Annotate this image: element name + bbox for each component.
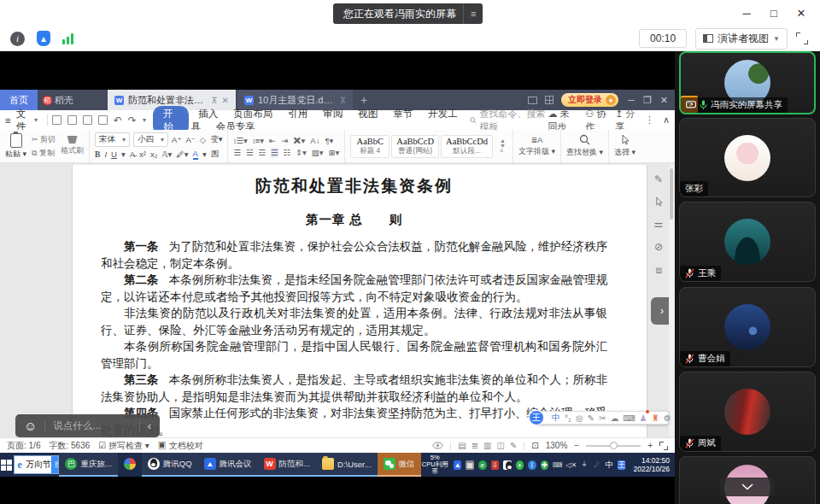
ime-pen-icon[interactable]: ✎ (588, 413, 594, 423)
meeting-info-icon[interactable]: i (10, 32, 25, 46)
taskbar-app-qq[interactable]: 腾讯QQ (142, 453, 198, 477)
distribute-icon[interactable]: ☷ (284, 148, 291, 157)
menu-tab[interactable]: 插入 (190, 107, 226, 120)
marks-icon[interactable]: ¶▾ (325, 136, 333, 145)
menu-tab[interactable]: 审阅 (315, 107, 350, 120)
taskbar-app-360[interactable] (118, 453, 142, 477)
eye-protect-icon[interactable] (432, 442, 443, 449)
taskbar-app-wechat[interactable]: 微信 (378, 453, 421, 477)
cut-button[interactable]: ✂ 剪切 (32, 134, 56, 145)
search-query[interactable]: 万向节 (26, 459, 51, 471)
highlight-color-icon[interactable]: 🖉▾ (176, 149, 188, 159)
message-icon[interactable] (528, 97, 537, 104)
chat-placeholder[interactable]: 说点什么... (53, 419, 131, 432)
tray-green-icon[interactable]: e (478, 460, 487, 470)
taskbar-app-travel[interactable]: 巴 重庆旅... (59, 453, 117, 477)
collapse-ribbon-icon[interactable]: ∧ (663, 114, 670, 126)
format-painter-button[interactable]: 格式刷 (61, 136, 84, 156)
export-icon[interactable] (67, 115, 77, 125)
meeting-chat-bubble[interactable]: ☺ 说点什么... ‹ (15, 414, 160, 437)
participant-tile-sharing[interactable]: 冯雨实的屏幕共享 (679, 51, 816, 114)
image-tool-icon[interactable]: ⧈ (655, 264, 662, 276)
tray-volume-muted-icon[interactable]: ◁✕ (566, 460, 576, 470)
network-shield-icon[interactable]: ▲ (37, 31, 50, 46)
wps-restore-button[interactable]: ❐ (643, 95, 652, 106)
adjust-icon[interactable]: ⚌ (654, 218, 664, 230)
participant-tile[interactable]: 王乘 (679, 202, 816, 282)
ime-person-icon[interactable]: ♟ (640, 413, 647, 423)
tray-keyboard-icon[interactable]: ⌨ (553, 460, 562, 470)
tray-wechat-icon[interactable]: ◖ (516, 460, 524, 470)
minimize-button[interactable]: ─ (733, 0, 760, 26)
sort-icon[interactable]: A↓ (310, 136, 319, 145)
hamburger-icon[interactable]: ≡ (5, 115, 11, 126)
taskbar-clock[interactable]: 14:02:502022/10/26 (630, 456, 670, 473)
file-menu[interactable]: 文件▾ (11, 108, 43, 133)
zoom-slider-knob[interactable] (610, 442, 618, 449)
char-border-icon[interactable]: 囷 (211, 149, 220, 160)
indent-icon[interactable]: ⇥ (281, 136, 288, 145)
participant-tile[interactable]: 曹会娟 (679, 287, 816, 367)
border-icon[interactable]: ⊞▾ (329, 148, 340, 157)
menu-tab[interactable]: 章节 (385, 107, 420, 120)
collapse-chat-icon[interactable]: ‹ (148, 419, 151, 432)
tray-meeting-icon[interactable]: ▲ (454, 460, 462, 470)
maximize-button[interactable]: □ (760, 0, 788, 26)
justify-icon[interactable]: ☰ (271, 148, 278, 157)
wps-minimize-button[interactable]: ─ (628, 95, 635, 106)
ime-keyboard-icon[interactable]: ⌨ (623, 413, 635, 423)
participant-tile[interactable]: 周斌 (679, 372, 816, 452)
strikethrough-button[interactable]: A̶ (130, 149, 135, 159)
proofread-button[interactable]: ▣ 文档校对 (158, 440, 203, 452)
font-size-select[interactable]: 小四▾ (133, 132, 168, 147)
share-button[interactable]: ↥ 分享 (615, 108, 636, 133)
save-icon[interactable] (52, 115, 62, 125)
taskbar-app-wps[interactable]: W 防范和... (258, 453, 316, 477)
emoji-icon[interactable]: ☺ (24, 419, 37, 433)
taskbar-search[interactable]: e 万向节 搜索一下 (14, 455, 60, 474)
tray-wifi-icon[interactable]: ☄ (593, 460, 601, 470)
fit-page-icon[interactable]: ⊡ (531, 441, 538, 450)
document-scrollbar[interactable] (669, 165, 674, 437)
taskbar-app-explorer[interactable]: D:\User... (316, 453, 378, 477)
clear-format-icon[interactable]: ◇ (200, 135, 206, 144)
tray-grid-icon[interactable]: ▦ (466, 460, 474, 470)
tray-ime-mode[interactable]: 中 (605, 460, 613, 470)
style-gallery-stepper[interactable]: ▲▼≡ (498, 138, 507, 154)
pinyin-icon[interactable]: 变▾ (210, 134, 222, 145)
superscript-button[interactable]: x² (139, 149, 146, 159)
statusbar-fullscreen-icon[interactable] (659, 442, 668, 450)
italic-button[interactable]: I (104, 149, 107, 159)
edit-pencil-icon[interactable]: ✎ (654, 173, 663, 185)
more-dots-icon[interactable]: ⋮ (645, 114, 654, 126)
zoom-slider[interactable] (586, 445, 641, 447)
paste-button[interactable]: 粘贴 ▾ (5, 133, 26, 160)
start-button[interactable] (0, 453, 14, 477)
ime-screenshot-icon[interactable]: ✂ (599, 413, 606, 423)
view-mode-button[interactable]: 演讲者视图 ▼ (695, 28, 788, 50)
bold-button[interactable]: B (95, 150, 100, 159)
subscript-button[interactable]: x₂ (150, 149, 157, 159)
redo-icon[interactable]: ↷ (128, 114, 137, 126)
font-color-icon[interactable]: A (193, 149, 198, 160)
line-spacing-icon[interactable]: ⇕▾ (296, 148, 307, 157)
toolbar-more-icon[interactable]: ▾ (143, 116, 146, 124)
participant-tile-partial[interactable] (679, 456, 816, 504)
outline-view-icon[interactable]: ≣ (472, 441, 478, 450)
pin-icon[interactable]: ⊼ (211, 96, 217, 105)
style-card[interactable]: AaBbCcD 普通(网站) (391, 135, 439, 158)
help-clock-icon[interactable]: ⊘ (654, 241, 663, 253)
tray-wang-ime-icon[interactable]: 王 (618, 460, 626, 470)
preview-icon[interactable] (98, 115, 108, 125)
ime-settings-gear-icon[interactable]: ⚙ (664, 413, 671, 423)
menu-tab[interactable]: 页面布局 (226, 107, 280, 120)
search-go-button[interactable]: 搜索一下 (51, 456, 59, 473)
web-view-icon[interactable]: ▥ (483, 441, 491, 450)
outdent-icon[interactable]: ⇤ (269, 136, 276, 145)
ime-symbol-icon[interactable]: °₂ (565, 413, 571, 423)
document-page[interactable]: 防范和处置非法集资条例 第一章 总 则 第一条为了防范和处置非法集资，保护社会公… (72, 165, 647, 437)
ime-emoji-icon[interactable]: ◎ (576, 413, 583, 423)
bullet-list-icon[interactable]: ⁝☰▾ (233, 136, 247, 145)
zoom-out-button[interactable]: − (574, 441, 579, 450)
text-layout-button[interactable]: ≣A 文字排版 ▾ (518, 136, 555, 157)
